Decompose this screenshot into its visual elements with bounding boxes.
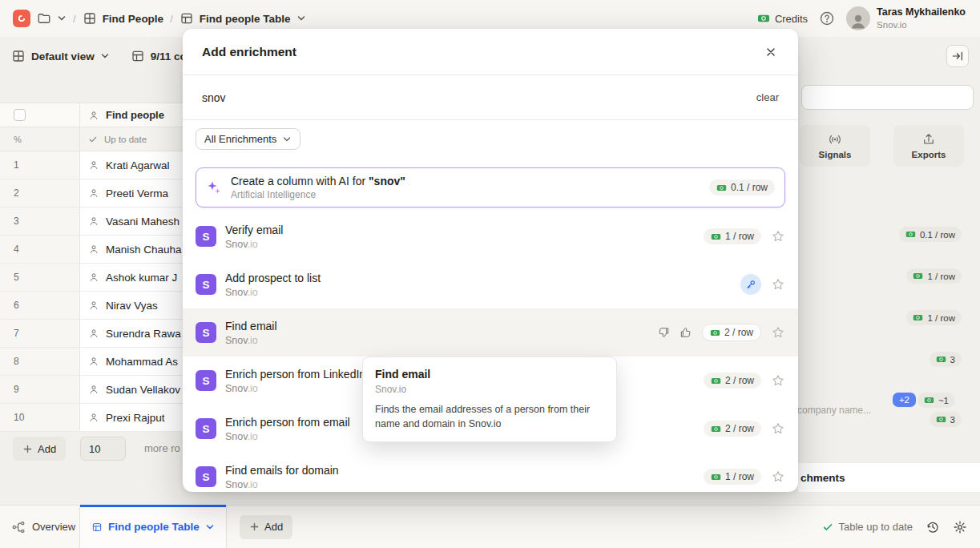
credit-cost-badge: 3	[930, 412, 962, 427]
help-button[interactable]	[819, 10, 835, 26]
favorite-star-button[interactable]	[771, 373, 785, 388]
count-badge: +2	[893, 393, 916, 407]
star-icon	[771, 373, 785, 388]
table-name: Find people Table	[200, 13, 291, 25]
provider-tld: .io	[248, 479, 258, 490]
plus-icon	[22, 444, 33, 454]
person-icon	[88, 159, 99, 171]
gear-icon	[953, 520, 967, 534]
company-name-cell: company name...	[797, 405, 905, 416]
user-name: Taras Mykhailenko	[877, 6, 966, 19]
enrichment-search-input[interactable]	[202, 91, 748, 104]
thumbs-down-button[interactable]	[657, 326, 670, 339]
breadcrumb-separator: /	[170, 13, 173, 25]
person-name: Ashok kumar J	[106, 272, 177, 284]
add-row-label: Add	[38, 443, 56, 455]
credit-cost-badge: 0.1 / row	[709, 179, 775, 195]
coin-icon	[936, 354, 946, 365]
enrichment-title: Enrich person from LinkedIn	[225, 368, 365, 381]
signals-button[interactable]: Signals	[800, 125, 870, 167]
credit-cost-badge: 2 / row	[702, 324, 761, 341]
favorite-star-button[interactable]	[771, 229, 785, 244]
breadcrumb-workspace[interactable]: Find People	[83, 11, 164, 26]
chevron-down-icon	[205, 522, 215, 532]
close-button[interactable]	[760, 41, 782, 63]
provider-tld: .io	[248, 431, 258, 442]
enrichment-item-find-emails-for-domain[interactable]: S Find emails for domain Snov.io 1 / row	[183, 453, 798, 492]
history-icon	[926, 520, 940, 534]
enrichment-text: Add prospect to list Snov.io	[225, 272, 321, 298]
exports-button[interactable]: Exports	[893, 125, 964, 167]
coin-icon	[924, 395, 934, 405]
enrichment-text: Verify email Snov.io	[225, 224, 283, 250]
ai-column-suggestion[interactable]: Create a column with AI for "snov" Artif…	[196, 167, 785, 208]
chevron-down-icon	[282, 135, 292, 144]
close-icon	[764, 46, 777, 58]
star-icon	[771, 469, 785, 484]
search-input[interactable]	[801, 85, 974, 110]
clear-search-button[interactable]: clear	[756, 91, 779, 103]
enrichment-text: Enrich person from email Snov.io	[225, 416, 350, 442]
app-logo[interactable]	[13, 10, 30, 27]
coin-icon	[913, 271, 923, 281]
coin-icon	[711, 472, 721, 482]
clay-logo-icon	[16, 13, 27, 24]
workspace-folder-button[interactable]	[37, 11, 67, 26]
api-key-required-badge	[740, 274, 761, 295]
tab-find-people-table[interactable]: Find people Table	[80, 506, 227, 548]
enrichment-item-verify-email[interactable]: S Verify email Snov.io 1 / row	[183, 212, 798, 260]
person-name: Mohammad As	[106, 356, 178, 368]
filter-label: All Enrichments	[204, 133, 276, 145]
person-name: Preeti Verma	[106, 187, 168, 199]
enrichment-text: Find email Snov.io	[225, 320, 277, 346]
history-button[interactable]	[926, 520, 940, 534]
snov-logo-icon: S	[196, 322, 216, 343]
favorite-star-button[interactable]	[771, 421, 785, 436]
modal-search-row: clear	[183, 75, 798, 120]
check-icon	[822, 522, 833, 533]
tooltip-description: Finds the email addresses of a person fr…	[375, 402, 604, 431]
star-icon	[771, 277, 785, 292]
tooltip-provider: Snov.io	[375, 384, 604, 395]
select-all-checkbox[interactable]	[14, 109, 26, 121]
credit-cost-badge: 2 / row	[704, 373, 761, 389]
columns-icon	[131, 49, 145, 63]
add-tab-button[interactable]: Add	[240, 515, 292, 539]
row-number: 7	[0, 320, 80, 347]
breadcrumb-table[interactable]: Find people Table	[179, 11, 306, 26]
layout-icon	[11, 49, 26, 63]
provider-name: Snov	[225, 431, 248, 442]
enrichment-filter-dropdown[interactable]: All Enrichments	[196, 128, 300, 150]
favorite-star-button[interactable]	[771, 325, 785, 340]
credits-button[interactable]: Credits	[757, 12, 808, 25]
chevron-down-icon	[100, 51, 110, 61]
settings-button[interactable]	[953, 520, 967, 534]
folder-icon	[37, 11, 51, 26]
rows-count-input[interactable]: 10	[80, 437, 126, 461]
tooltip-title: Find email	[375, 368, 604, 381]
collapse-panel-button[interactable]	[946, 45, 969, 67]
person-icon	[88, 244, 99, 255]
user-menu[interactable]: Taras Mykhailenko Snov.io	[846, 6, 966, 30]
question-icon	[819, 10, 835, 26]
person-name: Manish Chauha	[106, 244, 182, 256]
add-row-button[interactable]: Add	[13, 437, 66, 461]
thumbs-up-button[interactable]	[680, 326, 692, 339]
view-selector[interactable]: Default view	[11, 49, 110, 63]
row-number: 2	[0, 179, 80, 207]
exports-icon	[922, 132, 936, 147]
person-icon	[88, 187, 99, 199]
favorite-star-button[interactable]	[771, 277, 785, 292]
enrichment-item-add-prospect[interactable]: S Add prospect to list Snov.io	[183, 260, 798, 308]
favorite-star-button[interactable]	[771, 469, 785, 484]
chevron-down-icon	[296, 14, 306, 23]
enrichment-item-find-email[interactable]: S Find email Snov.io 2 / row	[183, 308, 798, 357]
provider-name: Snov	[225, 239, 248, 250]
workspace-name: Find People	[103, 13, 164, 25]
coin-icon	[936, 414, 946, 425]
coin-icon	[716, 183, 727, 193]
credits-label: Credits	[775, 13, 808, 25]
snov-logo-icon: S	[196, 466, 216, 487]
row-number: 6	[0, 292, 80, 319]
overview-tab[interactable]: Overview	[0, 506, 80, 548]
